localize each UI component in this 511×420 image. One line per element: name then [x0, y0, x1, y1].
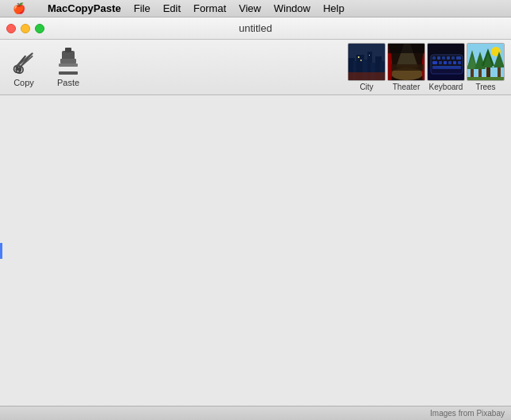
minimize-button[interactable] — [21, 24, 30, 33]
svg-rect-12 — [59, 71, 78, 75]
svg-rect-46 — [428, 67, 465, 81]
menubar: 🍎 MacCopyPaste File Edit Format View Win… — [0, 0, 511, 17]
svg-rect-24 — [360, 60, 362, 61]
svg-rect-40 — [439, 61, 442, 64]
theater-label: Theater — [393, 83, 420, 91]
menu-item-app[interactable]: MacCopyPaste — [41, 0, 127, 17]
main-content — [0, 95, 511, 406]
menu-item-file[interactable]: File — [127, 0, 156, 17]
thumb-theater[interactable]: Theater — [387, 43, 425, 91]
svg-rect-11 — [65, 48, 71, 52]
svg-rect-44 — [458, 61, 461, 64]
svg-rect-38 — [456, 56, 461, 60]
svg-rect-29 — [388, 44, 425, 53]
attribution-text: Images from Pixabay — [430, 409, 505, 418]
bottom-bar: Images from Pixabay — [0, 406, 511, 420]
svg-rect-43 — [453, 61, 456, 64]
keyboard-thumbnail-image — [427, 43, 465, 81]
svg-rect-36 — [447, 56, 450, 60]
keyboard-label: Keyboard — [429, 83, 463, 91]
menu-item-help[interactable]: Help — [317, 0, 351, 17]
svg-rect-34 — [437, 56, 440, 60]
svg-rect-23 — [358, 56, 359, 58]
svg-rect-41 — [444, 61, 447, 64]
menu-item-window[interactable]: Window — [267, 0, 317, 17]
trees-thumbnail-image — [467, 43, 505, 81]
copy-label: Copy — [13, 78, 34, 87]
svg-rect-10 — [59, 64, 78, 67]
maximize-button[interactable] — [35, 24, 44, 33]
thumb-city[interactable]: City — [348, 43, 386, 91]
svg-rect-42 — [448, 61, 451, 64]
city-label: City — [359, 83, 373, 91]
svg-rect-37 — [451, 56, 455, 60]
thumb-keyboard[interactable]: Keyboard — [427, 43, 465, 91]
menu-item-view[interactable]: View — [232, 0, 267, 17]
copy-button[interactable]: Copy — [3, 44, 44, 91]
left-indicator — [0, 243, 2, 259]
svg-rect-9 — [60, 59, 76, 64]
traffic-lights — [6, 24, 44, 33]
close-button[interactable] — [6, 24, 16, 33]
svg-rect-30 — [391, 64, 423, 71]
svg-rect-25 — [369, 55, 370, 56]
svg-rect-39 — [432, 61, 437, 64]
thumb-trees[interactable]: Trees — [467, 43, 505, 91]
paste-button[interactable]: Paste — [48, 44, 89, 91]
paste-label: Paste — [57, 78, 79, 87]
toolbar: Copy Paste — [0, 40, 511, 95]
svg-line-4 — [16, 53, 32, 67]
theater-thumbnail-image — [387, 43, 425, 81]
city-thumbnail-image — [348, 43, 386, 81]
toolbar-thumbnails: City Theater — [348, 43, 508, 91]
menu-item-format[interactable]: Format — [187, 0, 232, 17]
scissors-icon — [10, 48, 38, 76]
apple-menu-icon[interactable]: 🍎 — [6, 0, 32, 17]
stamp-icon — [54, 48, 83, 76]
svg-rect-35 — [442, 56, 445, 60]
svg-point-7 — [17, 67, 21, 71]
toolbar-left: Copy Paste — [3, 44, 89, 91]
svg-rect-33 — [432, 56, 436, 60]
trees-label: Trees — [475, 83, 495, 91]
svg-rect-26 — [348, 72, 386, 81]
titlebar: untitled — [0, 17, 511, 40]
svg-rect-59 — [467, 77, 505, 81]
menu-item-edit[interactable]: Edit — [156, 0, 186, 17]
window-title: untitled — [239, 22, 272, 34]
